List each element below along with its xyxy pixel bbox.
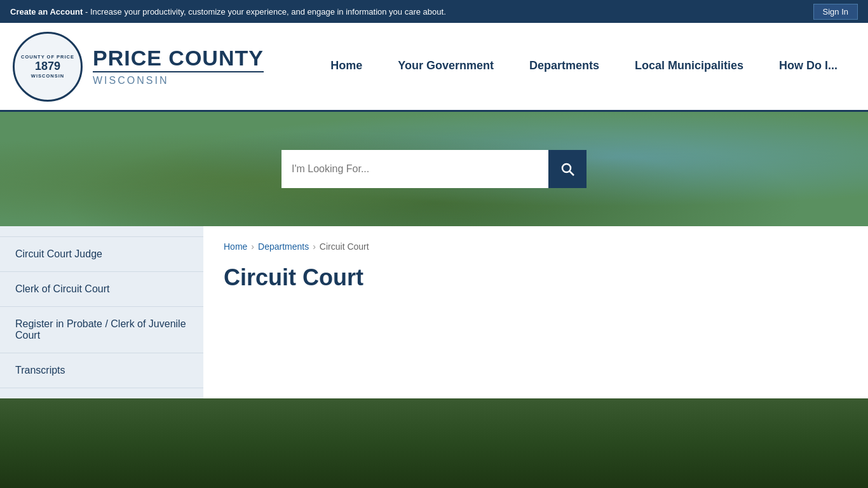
county-name-main: PRICE COUNTY: [93, 47, 264, 69]
nav-departments[interactable]: Departments: [512, 23, 617, 110]
search-icon: [560, 161, 575, 177]
seal-state: WISCONSIN: [31, 73, 64, 79]
breadcrumb-home[interactable]: Home: [224, 241, 247, 252]
main-content: Home › Departments › Circuit Court Circu…: [203, 226, 868, 398]
sidebar-item-transcripts[interactable]: Transcripts: [0, 353, 203, 388]
search-box: [281, 150, 587, 188]
sidebar: Circuit Court Judge Clerk of Circuit Cou…: [0, 226, 203, 398]
top-banner: Create an Account - Increase your produc…: [0, 0, 868, 23]
sidebar-item-register-in-probate[interactable]: Register in Probate / Clerk of Juvenile …: [0, 307, 203, 353]
bottom-landscape: [0, 398, 868, 488]
search-input[interactable]: [281, 150, 548, 188]
search-button[interactable]: [548, 150, 587, 188]
nav-home[interactable]: Home: [313, 23, 380, 110]
hero-section: [0, 112, 868, 226]
sidebar-item-circuit-court-judge[interactable]: Circuit Court Judge: [0, 236, 203, 272]
nav-how-do-i[interactable]: How Do I...: [761, 23, 855, 110]
breadcrumb: Home › Departments › Circuit Court: [224, 241, 848, 252]
banner-text: Create an Account - Increase your produc…: [10, 7, 446, 17]
page-title: Circuit Court: [224, 264, 848, 291]
sign-in-button[interactable]: Sign In: [813, 4, 858, 20]
create-account-link[interactable]: Create an Account: [10, 7, 83, 17]
nav-your-government[interactable]: Your Government: [380, 23, 512, 110]
breadcrumb-separator-1: ›: [251, 241, 254, 252]
seal-text-top: COUNTY OF PRICE: [21, 54, 74, 60]
banner-message: - Increase your productivity, customize …: [83, 7, 445, 17]
county-name: PRICE COUNTY WISCONSIN: [93, 47, 264, 86]
county-seal: COUNTY OF PRICE 1879 WISCONSIN: [13, 32, 83, 102]
breadcrumb-separator-2: ›: [313, 241, 316, 252]
main-nav: Home Your Government Departments Local M…: [292, 23, 855, 110]
svg-point-0: [562, 164, 571, 172]
county-name-sub: WISCONSIN: [93, 71, 264, 86]
sidebar-item-clerk-of-circuit-court[interactable]: Clerk of Circuit Court: [0, 272, 203, 307]
header: COUNTY OF PRICE 1879 WISCONSIN PRICE COU…: [0, 23, 868, 112]
seal-year: 1879: [35, 60, 60, 73]
logo-area: COUNTY OF PRICE 1879 WISCONSIN PRICE COU…: [13, 32, 292, 102]
nav-local-municipalities[interactable]: Local Municipalities: [617, 23, 761, 110]
svg-line-1: [570, 172, 574, 176]
breadcrumb-current: Circuit Court: [320, 241, 369, 252]
content-area: Circuit Court Judge Clerk of Circuit Cou…: [0, 226, 868, 398]
breadcrumb-departments[interactable]: Departments: [258, 241, 309, 252]
